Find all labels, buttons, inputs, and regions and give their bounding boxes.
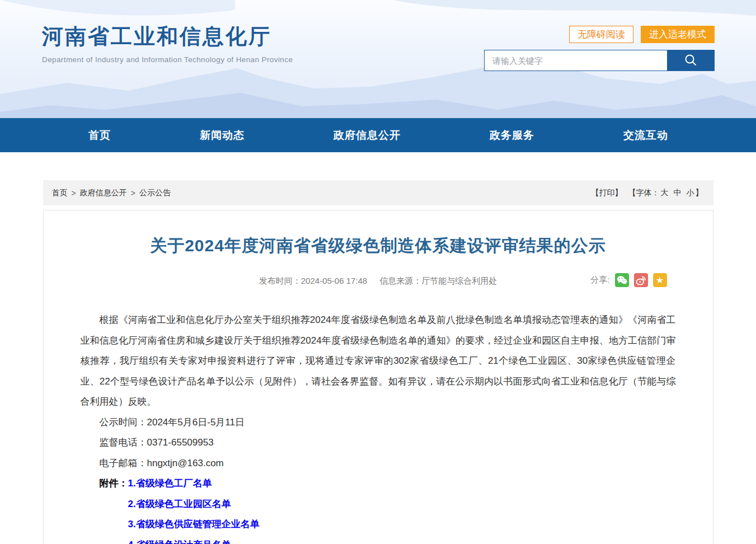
elder-mode-button[interactable]: 进入适老模式 — [641, 26, 715, 43]
site-header: 河南省工业和信息化厅 Department of Industry and In… — [0, 0, 756, 118]
breadcrumb-separator: > — [72, 189, 76, 198]
font-size-large-button[interactable]: 大 — [661, 188, 669, 198]
print-button[interactable]: 【打印】 — [591, 188, 623, 198]
search-bar — [484, 50, 715, 71]
attachments-block: 附件： 1.省级绿色工厂名单 2.省级绿色工业园区名单 3.省级绿色供应链管理企… — [81, 473, 676, 544]
site-title: 河南省工业和信息化厅 — [42, 22, 293, 51]
share-wechat-icon[interactable] — [615, 273, 629, 287]
breadcrumb-home[interactable]: 首页 — [52, 188, 68, 198]
article-title: 关于2024年度河南省省级绿色制造体系建设评审结果的公示 — [81, 234, 676, 257]
article-container: 关于2024年度河南省省级绿色制造体系建设评审结果的公示 发布时间：2024-0… — [43, 210, 713, 544]
star-icon: ★ — [656, 276, 664, 285]
publish-time: 2024-05-06 17:48 — [301, 276, 367, 285]
breadcrumb-separator: > — [131, 189, 135, 198]
header-tools: 无障碍阅读 进入适老模式 — [569, 26, 715, 43]
supervision-phone-line: 监督电话：0371-65509953 — [81, 433, 676, 453]
page-tools: 【打印】 【字体： 大 中 小 】 — [591, 188, 703, 198]
font-size-control: 【字体： 大 中 小 】 — [628, 188, 703, 198]
nav-item-interaction[interactable]: 交流互动 — [623, 128, 668, 143]
attachment-link-green-supply-chain[interactable]: 3.省级绿色供应链管理企业名单 — [128, 514, 260, 535]
site-logo[interactable]: 河南省工业和信息化厅 Department of Industry and In… — [42, 22, 293, 64]
nav-item-home[interactable]: 首页 — [88, 128, 111, 143]
article-meta: 发布时间：2024-05-06 17:48信息来源：厅节能与综合利用处 — [81, 273, 676, 289]
breadcrumb-gov-info[interactable]: 政府信息公开 — [80, 188, 127, 198]
font-size-medium-button[interactable]: 中 — [674, 188, 682, 198]
share-weibo-icon[interactable] — [634, 273, 648, 287]
search-input[interactable] — [485, 50, 667, 71]
search-button[interactable] — [667, 50, 714, 71]
breadcrumb-bar: 首页 > 政府信息公开 > 公示公告 【打印】 【字体： 大 中 小 】 — [43, 180, 713, 205]
notice-period-line: 公示时间：2024年5月6日-5月11日 — [81, 412, 676, 433]
attachment-link-green-factories[interactable]: 1.省级绿色工厂名单 — [128, 473, 260, 494]
share-qzone-icon[interactable]: ★ — [653, 273, 667, 287]
site-subtitle: Department of Industry and Information T… — [42, 55, 293, 64]
search-icon — [683, 53, 698, 69]
attachment-link-green-design-products[interactable]: 4.省级绿色设计产品名单 — [128, 535, 260, 544]
source-label: 信息来源： — [379, 276, 421, 285]
article-body: 根据《河南省工业和信息化厅办公室关于组织推荐2024年度省级绿色制造名单及前八批… — [81, 310, 676, 544]
source: 厅节能与综合利用处 — [421, 276, 497, 285]
font-size-prefix: 【字体： — [628, 188, 660, 198]
breadcrumb: 首页 > 政府信息公开 > 公示公告 — [52, 188, 171, 198]
nav-item-gov-info[interactable]: 政府信息公开 — [334, 128, 401, 143]
article-paragraph: 根据《河南省工业和信息化厅办公室关于组织推荐2024年度省级绿色制造名单及前八批… — [81, 310, 676, 412]
accessibility-reading-button[interactable]: 无障碍阅读 — [569, 26, 633, 43]
publish-time-label: 发布时间： — [259, 276, 301, 285]
share-label: 分享: — [590, 275, 609, 285]
article-meta-row: 发布时间：2024-05-06 17:48信息来源：厅节能与综合利用处 分享: — [81, 273, 676, 289]
attachment-link-green-parks[interactable]: 2.省级绿色工业园区名单 — [128, 494, 260, 515]
font-size-suffix: 】 — [696, 188, 703, 198]
font-size-small-button[interactable]: 小 — [687, 188, 694, 198]
share-box: 分享: — [590, 273, 666, 287]
breadcrumb-notices[interactable]: 公示公告 — [139, 188, 171, 198]
page: 河南省工业和信息化厅 Department of Industry and In… — [0, 0, 756, 544]
nav-item-services[interactable]: 政务服务 — [490, 128, 534, 143]
attachments-label: 附件： — [81, 473, 128, 544]
attachments-list: 1.省级绿色工厂名单 2.省级绿色工业园区名单 3.省级绿色供应链管理企业名单 … — [128, 473, 260, 544]
main-nav: 首页 新闻动态 政府信息公开 政务服务 交流互动 — [0, 118, 756, 152]
nav-item-news[interactable]: 新闻动态 — [200, 128, 245, 143]
email-line: 电子邮箱：hngxtjn@163.com — [81, 453, 676, 474]
